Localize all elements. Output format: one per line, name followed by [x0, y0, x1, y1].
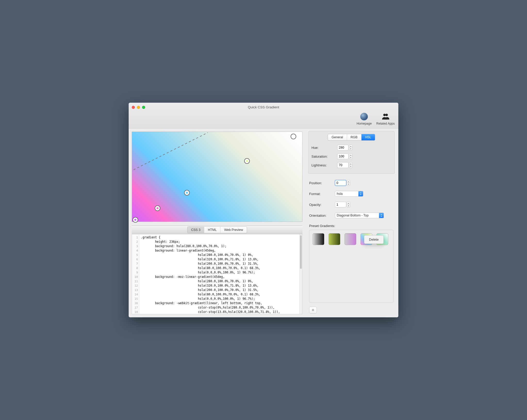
color-mode-tabs: General RGB HSL: [328, 134, 375, 141]
chevron-up-icon[interactable]: ▲: [349, 154, 352, 156]
window-controls: [132, 106, 145, 109]
svg-line-2: [134, 133, 208, 170]
titlebar: Quick CSS Gradient Homepage Related Apps: [129, 103, 398, 128]
hue-stepper[interactable]: ▲▼: [349, 145, 352, 150]
line-gutter: 123456789101112131415161718: [132, 234, 139, 314]
context-menu: Delete: [364, 235, 384, 244]
close-button[interactable]: [132, 106, 135, 109]
homepage-button[interactable]: Homepage: [357, 112, 372, 125]
position-stepper[interactable]: ▲▼: [347, 180, 350, 186]
scrollbar-thumb[interactable]: [300, 235, 302, 269]
chevron-up-icon[interactable]: ▲: [347, 180, 350, 183]
svg-point-1: [385, 114, 388, 116]
color-panel: General RGB HSL Hue: ▲▼ Saturation:: [308, 131, 395, 174]
chevron-up-icon[interactable]: ▲: [349, 163, 352, 165]
related-apps-button[interactable]: Related Apps: [376, 112, 395, 125]
saturation-label: Saturation:: [311, 155, 335, 158]
hue-label: Hue:: [311, 146, 335, 150]
chevron-down-icon[interactable]: ▼: [349, 165, 352, 168]
lightness-stepper[interactable]: ▲▼: [349, 162, 352, 168]
opacity-label: Opacity:: [309, 203, 332, 207]
globe-icon: [360, 113, 368, 120]
gradient-axis-line: [132, 132, 209, 171]
gradient-stop[interactable]: [244, 158, 250, 164]
maximize-button[interactable]: [142, 106, 145, 109]
gradient-stop[interactable]: [155, 205, 160, 211]
opacity-stepper[interactable]: ▲▼: [347, 202, 350, 207]
presets-list: Delete: [309, 230, 394, 303]
window-title: Quick CSS Gradient: [129, 103, 398, 109]
chevron-up-icon[interactable]: ▲: [347, 202, 350, 205]
code-tabs: CSS 3 HTML Web Preview: [132, 225, 302, 234]
svg-point-0: [383, 114, 386, 116]
tab-web-preview[interactable]: Web Preview: [220, 227, 246, 233]
preset-swatch[interactable]: [344, 233, 356, 245]
dropdown-icon: [358, 191, 363, 196]
tab-html[interactable]: HTML: [204, 227, 220, 233]
preset-swatch[interactable]: [328, 233, 340, 245]
orientation-value: Diagonal Bottom - Top: [335, 213, 379, 218]
format-value: hsla: [335, 191, 358, 196]
format-select[interactable]: hsla: [335, 191, 363, 197]
add-preset-button[interactable]: +: [309, 307, 317, 313]
lightness-input[interactable]: [337, 162, 349, 168]
related-apps-label: Related Apps: [376, 122, 395, 125]
preset-swatch[interactable]: [312, 233, 324, 245]
orientation-label: Orientation:: [309, 214, 332, 217]
tab-rgb[interactable]: RGB: [347, 134, 361, 140]
presets-label: Preset Gradients:: [309, 224, 394, 228]
context-delete[interactable]: Delete: [364, 237, 383, 243]
gradient-stop[interactable]: [133, 217, 138, 223]
position-input[interactable]: [335, 180, 346, 186]
gradient-canvas[interactable]: [132, 132, 302, 222]
saturation-input[interactable]: [337, 154, 349, 159]
chevron-down-icon[interactable]: ▼: [347, 205, 350, 207]
opacity-input[interactable]: [335, 202, 346, 207]
toolbar: Homepage Related Apps: [357, 112, 395, 125]
stop-settings: Position: ▲▼ Format: hsla Opacity:: [308, 179, 395, 313]
hue-input[interactable]: [337, 145, 349, 150]
code-output: 123456789101112131415161718 .gradient { …: [132, 234, 302, 314]
position-label: Position:: [309, 181, 332, 185]
minimize-button[interactable]: [137, 106, 140, 109]
gradient-stop[interactable]: [184, 190, 190, 196]
code-text[interactable]: .gradient { height: 236px; background: h…: [139, 234, 299, 314]
tab-hsl[interactable]: HSL: [361, 134, 375, 140]
app-window: Quick CSS Gradient Homepage Related Apps: [129, 103, 398, 317]
saturation-stepper[interactable]: ▲▼: [349, 154, 352, 159]
scrollbar[interactable]: [299, 234, 302, 314]
lightness-label: Lightness:: [311, 163, 335, 167]
chevron-down-icon[interactable]: ▼: [347, 183, 350, 185]
chevron-up-icon[interactable]: ▲: [349, 145, 352, 148]
gradient-stop[interactable]: [291, 134, 296, 139]
orientation-select[interactable]: Diagonal Bottom - Top: [335, 213, 384, 218]
tab-general[interactable]: General: [328, 134, 347, 140]
tab-css3[interactable]: CSS 3: [187, 227, 204, 233]
homepage-label: Homepage: [357, 122, 372, 125]
chevron-down-icon[interactable]: ▼: [349, 156, 352, 159]
people-icon: [382, 113, 389, 120]
chevron-down-icon[interactable]: ▼: [349, 148, 352, 150]
plus-icon: +: [312, 308, 315, 313]
format-label: Format:: [309, 192, 332, 196]
dropdown-icon: [379, 213, 384, 218]
